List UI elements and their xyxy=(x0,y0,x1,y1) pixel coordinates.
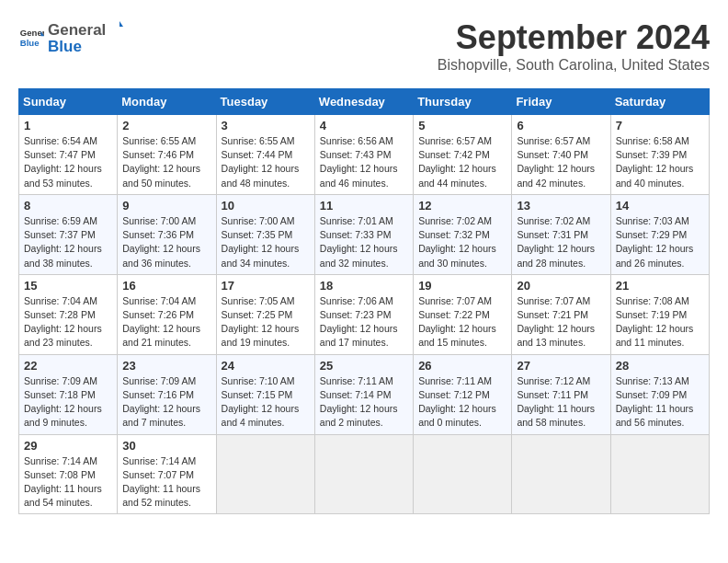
day-info: Sunrise: 7:00 AMSunset: 7:36 PMDaylight:… xyxy=(122,214,210,270)
day-info: Sunrise: 6:55 AMSunset: 7:44 PMDaylight:… xyxy=(222,134,310,190)
day-number: 20 xyxy=(517,279,605,293)
day-number: 30 xyxy=(122,439,210,453)
day-number: 14 xyxy=(616,199,704,213)
day-info: Sunrise: 7:03 AMSunset: 7:29 PMDaylight:… xyxy=(616,214,704,270)
logo-blue: Blue xyxy=(48,38,123,56)
day-number: 7 xyxy=(616,119,704,132)
day-number: 27 xyxy=(517,359,605,373)
day-number: 22 xyxy=(24,359,112,373)
day-info: Sunrise: 7:11 AMSunset: 7:12 PMDaylight:… xyxy=(418,374,506,431)
day-info: Sunrise: 7:11 AMSunset: 7:14 PMDaylight:… xyxy=(320,374,408,431)
day-number: 13 xyxy=(517,199,605,213)
empty-cell xyxy=(216,434,314,514)
day-info: Sunrise: 7:00 AMSunset: 7:35 PMDaylight:… xyxy=(222,214,310,270)
calendar-day-cell: 6Sunrise: 6:57 AMSunset: 7:40 PMDaylight… xyxy=(512,115,610,195)
calendar-day-cell: 24Sunrise: 7:10 AMSunset: 7:15 PMDayligh… xyxy=(216,354,314,434)
day-info: Sunrise: 6:58 AMSunset: 7:39 PMDaylight:… xyxy=(616,134,704,190)
day-info: Sunrise: 6:56 AMSunset: 7:43 PMDaylight:… xyxy=(320,134,408,190)
calendar-table: SundayMondayTuesdayWednesdayThursdayFrid… xyxy=(18,88,710,514)
calendar-day-cell: 5Sunrise: 6:57 AMSunset: 7:42 PMDaylight… xyxy=(414,115,512,195)
location-title: Bishopville, South Carolina, United Stat… xyxy=(438,57,710,74)
weekday-header-monday: Monday xyxy=(118,89,216,115)
day-info: Sunrise: 7:09 AMSunset: 7:16 PMDaylight:… xyxy=(122,374,210,431)
day-number: 10 xyxy=(222,199,310,213)
day-info: Sunrise: 6:54 AMSunset: 7:47 PMDaylight:… xyxy=(24,134,112,190)
calendar-day-cell: 12Sunrise: 7:02 AMSunset: 7:32 PMDayligh… xyxy=(414,194,512,274)
calendar-day-cell: 21Sunrise: 7:08 AMSunset: 7:19 PMDayligh… xyxy=(610,274,709,354)
weekday-header-thursday: Thursday xyxy=(414,89,512,115)
day-info: Sunrise: 7:14 AMSunset: 7:07 PMDaylight:… xyxy=(122,454,210,511)
calendar-day-cell: 11Sunrise: 7:01 AMSunset: 7:33 PMDayligh… xyxy=(314,194,413,274)
calendar-day-cell: 15Sunrise: 7:04 AMSunset: 7:28 PMDayligh… xyxy=(19,274,118,354)
logo-general: General xyxy=(48,21,106,40)
logo: General Blue General Blue xyxy=(18,18,123,56)
calendar-week-row: 8Sunrise: 6:59 AMSunset: 7:37 PMDaylight… xyxy=(19,194,710,274)
calendar-day-cell: 3Sunrise: 6:55 AMSunset: 7:44 PMDaylight… xyxy=(216,115,314,195)
day-info: Sunrise: 6:57 AMSunset: 7:42 PMDaylight:… xyxy=(418,134,506,190)
day-info: Sunrise: 7:14 AMSunset: 7:08 PMDaylight:… xyxy=(24,454,112,511)
day-info: Sunrise: 7:01 AMSunset: 7:33 PMDaylight:… xyxy=(320,214,408,270)
month-title: September 2024 xyxy=(438,18,710,57)
calendar-day-cell: 9Sunrise: 7:00 AMSunset: 7:36 PMDaylight… xyxy=(118,194,216,274)
day-number: 16 xyxy=(122,279,210,293)
calendar-day-cell: 27Sunrise: 7:12 AMSunset: 7:11 PMDayligh… xyxy=(512,354,610,434)
day-number: 21 xyxy=(616,279,704,293)
calendar-day-cell: 13Sunrise: 7:02 AMSunset: 7:31 PMDayligh… xyxy=(512,194,610,274)
day-number: 8 xyxy=(24,199,112,213)
calendar-day-cell: 20Sunrise: 7:07 AMSunset: 7:21 PMDayligh… xyxy=(512,274,610,354)
calendar-day-cell: 26Sunrise: 7:11 AMSunset: 7:12 PMDayligh… xyxy=(414,354,512,434)
day-number: 5 xyxy=(418,119,506,132)
calendar-day-cell: 10Sunrise: 7:00 AMSunset: 7:35 PMDayligh… xyxy=(216,194,314,274)
weekday-header-tuesday: Tuesday xyxy=(216,89,314,115)
calendar-week-row: 22Sunrise: 7:09 AMSunset: 7:18 PMDayligh… xyxy=(19,354,710,434)
day-number: 11 xyxy=(320,199,408,213)
day-number: 18 xyxy=(320,279,408,293)
weekday-header-wednesday: Wednesday xyxy=(314,89,413,115)
empty-cell xyxy=(512,434,610,514)
empty-cell xyxy=(314,434,413,514)
day-number: 19 xyxy=(418,279,506,293)
empty-cell xyxy=(414,434,512,514)
day-info: Sunrise: 7:04 AMSunset: 7:28 PMDaylight:… xyxy=(24,294,112,350)
day-info: Sunrise: 7:13 AMSunset: 7:09 PMDaylight:… xyxy=(616,374,704,431)
day-info: Sunrise: 7:05 AMSunset: 7:25 PMDaylight:… xyxy=(222,294,310,350)
day-info: Sunrise: 6:55 AMSunset: 7:46 PMDaylight:… xyxy=(122,134,210,190)
weekday-header-sunday: Sunday xyxy=(19,89,118,115)
day-number: 29 xyxy=(24,439,112,453)
calendar-day-cell: 28Sunrise: 7:13 AMSunset: 7:09 PMDayligh… xyxy=(610,354,709,434)
day-number: 2 xyxy=(122,119,210,132)
title-area: September 2024 Bishopville, South Caroli… xyxy=(438,18,710,74)
day-info: Sunrise: 7:10 AMSunset: 7:15 PMDaylight:… xyxy=(222,374,310,431)
day-info: Sunrise: 7:09 AMSunset: 7:18 PMDaylight:… xyxy=(24,374,112,431)
calendar-day-cell: 19Sunrise: 7:07 AMSunset: 7:22 PMDayligh… xyxy=(414,274,512,354)
page-header: General Blue General Blue September 2024… xyxy=(18,18,710,74)
svg-text:Blue: Blue xyxy=(20,37,40,47)
calendar-week-row: 29Sunrise: 7:14 AMSunset: 7:08 PMDayligh… xyxy=(19,434,710,514)
svg-marker-3 xyxy=(119,21,123,27)
day-number: 9 xyxy=(122,199,210,213)
day-info: Sunrise: 6:57 AMSunset: 7:40 PMDaylight:… xyxy=(517,134,605,190)
calendar-day-cell: 14Sunrise: 7:03 AMSunset: 7:29 PMDayligh… xyxy=(610,194,709,274)
calendar-day-cell: 8Sunrise: 6:59 AMSunset: 7:37 PMDaylight… xyxy=(19,194,118,274)
day-number: 12 xyxy=(418,199,506,213)
calendar-day-cell: 2Sunrise: 6:55 AMSunset: 7:46 PMDaylight… xyxy=(118,115,216,195)
calendar-week-row: 15Sunrise: 7:04 AMSunset: 7:28 PMDayligh… xyxy=(19,274,710,354)
empty-cell xyxy=(610,434,709,514)
day-number: 6 xyxy=(517,119,605,132)
weekday-header-saturday: Saturday xyxy=(610,89,709,115)
day-number: 25 xyxy=(320,359,408,373)
day-number: 1 xyxy=(24,119,112,132)
logo-icon: General Blue xyxy=(18,25,44,51)
day-number: 26 xyxy=(418,359,506,373)
weekday-header-row: SundayMondayTuesdayWednesdayThursdayFrid… xyxy=(19,89,710,115)
day-info: Sunrise: 7:04 AMSunset: 7:26 PMDaylight:… xyxy=(122,294,210,350)
calendar-day-cell: 29Sunrise: 7:14 AMSunset: 7:08 PMDayligh… xyxy=(19,434,118,514)
day-info: Sunrise: 6:59 AMSunset: 7:37 PMDaylight:… xyxy=(24,214,112,270)
svg-text:General: General xyxy=(20,28,44,38)
calendar-day-cell: 18Sunrise: 7:06 AMSunset: 7:23 PMDayligh… xyxy=(314,274,413,354)
calendar-day-cell: 30Sunrise: 7:14 AMSunset: 7:07 PMDayligh… xyxy=(118,434,216,514)
day-number: 28 xyxy=(616,359,704,373)
day-info: Sunrise: 7:07 AMSunset: 7:22 PMDaylight:… xyxy=(418,294,506,350)
day-number: 23 xyxy=(122,359,210,373)
day-info: Sunrise: 7:07 AMSunset: 7:21 PMDaylight:… xyxy=(517,294,605,350)
